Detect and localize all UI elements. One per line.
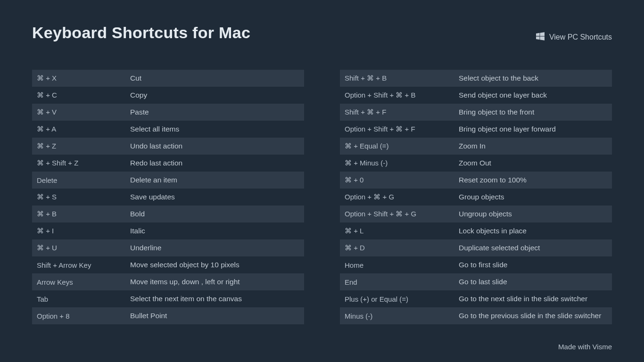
shortcut-key: ⌘ + B: [32, 210, 128, 218]
shortcut-key: Minus (-): [340, 312, 457, 320]
shortcut-description: Select the next item on the canvas: [128, 295, 304, 303]
shortcut-description: Lock objects in place: [457, 227, 612, 235]
shortcut-key: Plus (+) or Equal (=): [340, 295, 457, 303]
shortcut-key: Option + Shift + ⌘ + G: [340, 210, 457, 218]
shortcut-key: Option + Shift + ⌘ + B: [340, 91, 457, 99]
shortcut-row: ⌘ + Equal (=)Zoom In: [340, 138, 612, 155]
windows-icon: [536, 32, 545, 42]
shortcut-key: ⌘ + S: [32, 193, 128, 201]
shortcut-description: Go to the previous slide in the slide sw…: [457, 312, 612, 320]
shortcut-row: ⌘ + DDuplicate selected object: [340, 239, 612, 256]
shortcut-row: ⌘ + LLock objects in place: [340, 222, 612, 239]
shortcut-key: ⌘ + L: [340, 227, 457, 235]
shortcut-key: ⌘ + Minus (-): [340, 159, 457, 167]
shortcut-key: Shift + ⌘ + F: [340, 108, 457, 116]
shortcut-description: Go to last slide: [457, 278, 612, 286]
shortcut-key: Option + 8: [32, 312, 128, 320]
shortcut-key: ⌘ + I: [32, 227, 128, 235]
footer-credit: Made with Visme: [558, 343, 612, 351]
shortcut-description: Bring object to the front: [457, 108, 612, 116]
shortcut-description: Underline: [128, 244, 304, 252]
shortcut-key: ⌘ + Equal (=): [340, 142, 457, 150]
shortcut-description: Bold: [128, 210, 304, 218]
shortcut-description: Go to the next slide in the slide switch…: [457, 295, 612, 303]
shortcut-key: ⌘ + A: [32, 125, 128, 133]
shortcut-description: Redo last action: [128, 159, 304, 167]
shortcut-row: EndGo to last slide: [340, 273, 612, 290]
shortcut-row: Option + Shift + ⌘ + BSend object one la…: [340, 87, 612, 104]
shortcut-row: Option + ⌘ + GGroup objects: [340, 189, 612, 206]
shortcut-description: Go to first slide: [457, 261, 612, 269]
shortcut-description: Zoom Out: [457, 159, 612, 167]
shortcut-key: Home: [340, 261, 457, 269]
shortcut-row: ⌘ + 0Reset zoom to 100%: [340, 172, 612, 189]
shortcut-row: ⌘ + Minus (-)Zoom Out: [340, 155, 612, 172]
shortcut-key: Delete: [32, 176, 128, 184]
shortcut-row: ⌘ + IItalic: [32, 222, 304, 239]
shortcut-row: TabSelect the next item on the canvas: [32, 290, 304, 307]
shortcut-description: Reset zoom to 100%: [457, 176, 612, 184]
page-title: Keyboard Shortcuts for Mac: [32, 24, 250, 42]
shortcut-row: Shift + Arrow KeyMove selected object by…: [32, 256, 304, 273]
shortcut-row: ⌘ + XCut: [32, 70, 304, 87]
shortcut-key: ⌘ + C: [32, 91, 128, 99]
shortcut-description: Bullet Point: [128, 312, 304, 320]
shortcut-row: Shift + ⌘ + BSelect object to the back: [340, 70, 612, 87]
shortcut-key: ⌘ + U: [32, 244, 128, 252]
shortcut-row: ⌘ + UUnderline: [32, 239, 304, 256]
shortcut-row: Option + 8Bullet Point: [32, 307, 304, 324]
shortcut-key: End: [340, 278, 457, 286]
shortcuts-column-left: ⌘ + XCut⌘ + CCopy⌘ + VPaste⌘ + ASelect a…: [32, 70, 304, 324]
shortcut-description: Group objects: [457, 193, 612, 201]
shortcut-description: Save updates: [128, 193, 304, 201]
shortcut-description: Undo last action: [128, 142, 304, 150]
shortcut-description: Move items up, down , left or right: [128, 278, 304, 286]
shortcut-description: Duplicate selected object: [457, 244, 612, 252]
shortcut-row: ⌘ + VPaste: [32, 104, 304, 121]
shortcut-row: ⌘ + ZUndo last action: [32, 138, 304, 155]
shortcut-description: Ungroup objects: [457, 210, 612, 218]
shortcut-row: Shift + ⌘ + FBring object to the front: [340, 104, 612, 121]
shortcut-row: Option + Shift + ⌘ + FBring object one l…: [340, 121, 612, 138]
shortcut-key: Arrow Keys: [32, 278, 128, 286]
shortcut-key: Shift + Arrow Key: [32, 261, 128, 269]
shortcut-row: ⌘ + SSave updates: [32, 189, 304, 206]
shortcut-description: Select all items: [128, 125, 304, 133]
shortcut-description: Move selected object by 10 pixels: [128, 261, 304, 269]
shortcut-row: HomeGo to first slide: [340, 256, 612, 273]
shortcut-key: Option + ⌘ + G: [340, 193, 457, 201]
shortcut-key: Option + Shift + ⌘ + F: [340, 125, 457, 133]
shortcut-key: ⌘ + V: [32, 108, 128, 116]
shortcut-description: Zoom In: [457, 142, 612, 150]
shortcut-key: ⌘ + D: [340, 244, 457, 252]
view-pc-shortcuts-label: View PC Shortcuts: [549, 33, 612, 41]
shortcut-row: ⌘ + Shift + ZRedo last action: [32, 155, 304, 172]
shortcut-description: Paste: [128, 108, 304, 116]
shortcut-row: Minus (-)Go to the previous slide in the…: [340, 307, 612, 324]
shortcut-key: ⌘ + 0: [340, 176, 457, 184]
shortcut-row: ⌘ + ASelect all items: [32, 121, 304, 138]
shortcut-description: Send object one layer back: [457, 91, 612, 99]
shortcut-key: ⌘ + Shift + Z: [32, 159, 128, 167]
shortcuts-column-right: Shift + ⌘ + BSelect object to the backOp…: [340, 70, 612, 324]
shortcut-description: Italic: [128, 227, 304, 235]
shortcut-row: ⌘ + CCopy: [32, 87, 304, 104]
shortcut-row: Plus (+) or Equal (=)Go to the next slid…: [340, 290, 612, 307]
shortcut-key: Tab: [32, 295, 128, 303]
shortcut-key: ⌘ + Z: [32, 142, 128, 150]
shortcut-description: Delete an item: [128, 176, 304, 184]
shortcut-description: Select object to the back: [457, 74, 612, 82]
shortcut-description: Copy: [128, 91, 304, 99]
shortcut-row: ⌘ + BBold: [32, 206, 304, 222]
view-pc-shortcuts-link[interactable]: View PC Shortcuts: [536, 32, 612, 42]
shortcut-row: Arrow KeysMove items up, down , left or …: [32, 273, 304, 290]
shortcut-description: Bring object one layer forward: [457, 125, 612, 133]
shortcut-row: DeleteDelete an item: [32, 172, 304, 189]
shortcut-key: Shift + ⌘ + B: [340, 74, 457, 82]
shortcut-description: Cut: [128, 74, 304, 82]
shortcut-row: Option + Shift + ⌘ + GUngroup objects: [340, 206, 612, 222]
shortcut-key: ⌘ + X: [32, 74, 128, 82]
